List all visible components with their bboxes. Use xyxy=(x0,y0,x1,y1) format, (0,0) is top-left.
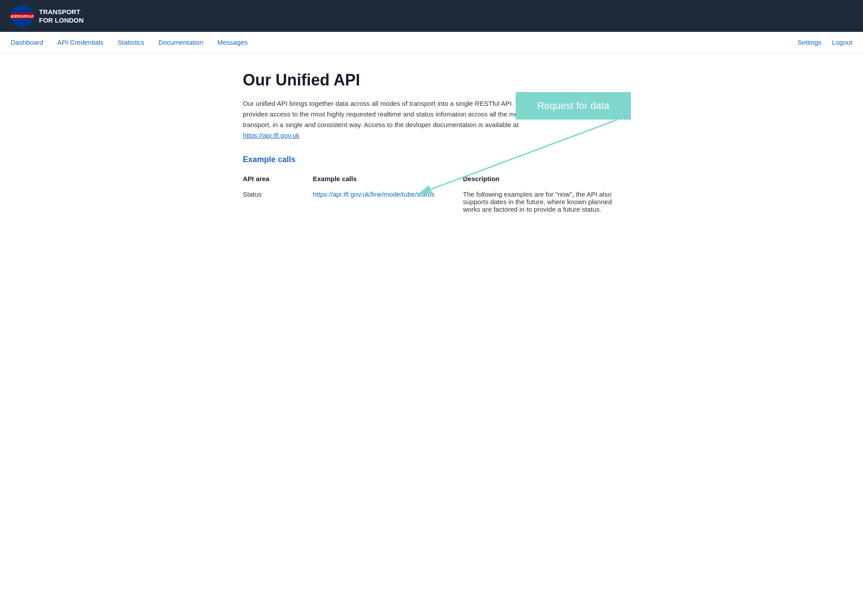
col-header-description: Description xyxy=(463,171,620,186)
nav-settings[interactable]: Settings xyxy=(797,39,821,46)
api-docs-link[interactable]: https://api.tfl.gov.uk xyxy=(243,132,299,139)
nav-api-credentials[interactable]: API Credentials xyxy=(57,39,103,46)
nav-messages[interactable]: Messages xyxy=(218,39,248,46)
col-header-api-area: API area xyxy=(243,171,313,186)
intro-text: Our unified API brings together data acr… xyxy=(243,98,553,141)
request-callout[interactable]: Request for data xyxy=(516,92,631,120)
site-header: UNDERGROUND TRANSPORT FOR LONDON xyxy=(0,0,863,32)
nav-dashboard[interactable]: Dashboard xyxy=(11,39,43,46)
main-content: Request for data Our Unified API Our uni… xyxy=(232,53,631,235)
example-calls-heading: Example calls xyxy=(243,155,620,164)
table-row: Status https://api.tfl.gov.uk/line/mode/… xyxy=(243,186,620,217)
nav-right: Settings Logout xyxy=(797,39,852,46)
nav-statistics[interactable]: Statistics xyxy=(118,39,144,46)
org-name: TRANSPORT FOR LONDON xyxy=(39,8,84,25)
example-calls-table: API area Example calls Description Statu… xyxy=(243,171,620,217)
cell-description: The following examples are for "now", th… xyxy=(463,186,620,217)
nav-left: Dashboard API Credentials Statistics Doc… xyxy=(11,39,797,46)
main-nav: Dashboard API Credentials Statistics Doc… xyxy=(0,32,863,53)
cell-api-area: Status xyxy=(243,186,313,217)
cell-example-call: https://api.tfl.gov.uk/line/mode/tube/st… xyxy=(313,186,463,217)
col-header-example-calls: Example calls xyxy=(313,171,463,186)
svg-text:UNDERGROUND: UNDERGROUND xyxy=(11,14,34,19)
logo-area: UNDERGROUND TRANSPORT FOR LONDON xyxy=(11,4,84,27)
page-title: Our Unified API xyxy=(243,71,620,89)
nav-logout[interactable]: Logout xyxy=(832,39,852,46)
nav-documentation[interactable]: Documentation xyxy=(159,39,203,46)
example-call-link[interactable]: https://api.tfl.gov.uk/line/mode/tube/st… xyxy=(313,190,435,198)
tfl-roundel-icon: UNDERGROUND xyxy=(11,4,34,27)
